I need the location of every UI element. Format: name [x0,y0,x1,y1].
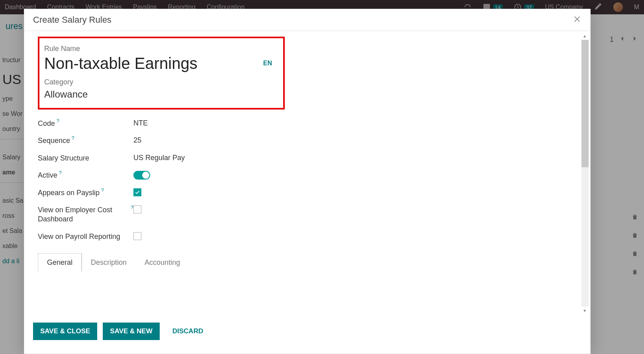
close-button[interactable] [573,15,581,25]
active-toggle[interactable] [133,171,150,180]
create-salary-rules-modal: Create Salary Rules ▴ ▾ Rule Name EN Cat… [24,9,591,354]
structure-value[interactable]: US Regular Pay [133,154,185,162]
employer-cost-checkbox[interactable] [133,205,141,213]
payroll-reporting-checkbox[interactable] [133,232,141,240]
sequence-input[interactable] [133,136,293,145]
code-label: Code [38,119,55,128]
discard-button[interactable]: DISCARD [165,323,210,340]
help-icon[interactable]: ? [57,118,59,125]
help-icon[interactable]: ? [101,188,104,194]
rule-name-input[interactable] [44,55,277,72]
structure-label: Salary Structure [38,154,89,163]
tab-accounting[interactable]: Accounting [136,253,189,272]
employer-cost-label: View on Employer Cost Dashboard [38,205,129,224]
tab-general[interactable]: General [38,253,82,272]
category-label: Category [44,78,277,86]
sequence-label: Sequence [38,136,70,145]
appears-on-payslip-label: Appears on Payslip [38,188,100,198]
highlight-box: Rule Name EN Category [38,37,285,110]
scroll-down-icon[interactable]: ▾ [581,307,588,314]
help-icon[interactable]: ? [131,205,133,211]
close-icon [573,15,581,23]
language-badge[interactable]: EN [263,60,272,67]
scrollbar-thumb[interactable] [581,40,589,167]
appears-on-payslip-checkbox[interactable] [133,188,141,196]
category-input[interactable] [44,89,277,100]
payroll-reporting-label: View on Payroll Reporting [38,232,120,241]
help-icon[interactable]: ? [72,135,74,142]
scroll-up-icon[interactable]: ▴ [581,33,588,39]
save-close-button[interactable]: SAVE & CLOSE [33,323,97,340]
modal-title: Create Salary Rules [33,15,112,25]
tab-description[interactable]: Description [82,253,136,272]
modal-header: Create Salary Rules [24,9,590,31]
modal-footer: SAVE & CLOSE SAVE & NEW DISCARD [24,315,590,354]
active-label: Active [38,171,57,180]
code-input[interactable] [133,119,293,127]
form-grid: Code? Sequence? Salary Structure US Regu… [38,115,293,246]
save-new-button[interactable]: SAVE & NEW [103,323,159,340]
rule-name-label: Rule Name [44,45,277,53]
modal-body: ▴ ▾ Rule Name EN Category Code? Sequence… [24,31,590,315]
tabs: General Description Accounting [38,253,577,272]
help-icon[interactable]: ? [59,170,62,176]
